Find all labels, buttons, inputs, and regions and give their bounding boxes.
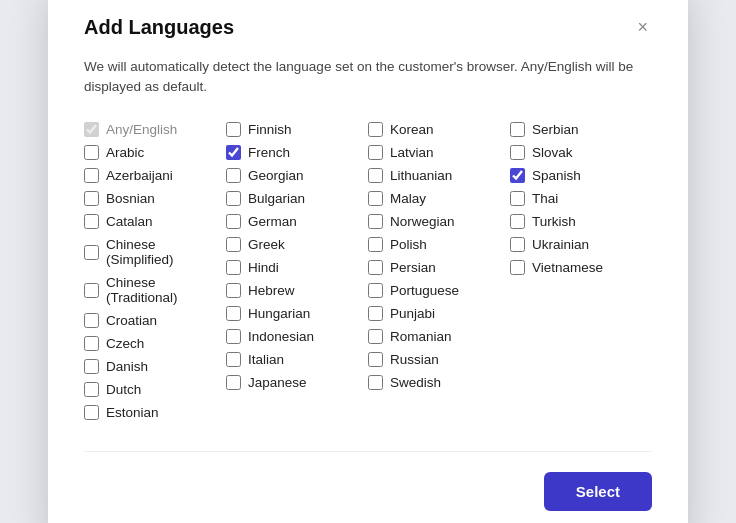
- language-item[interactable]: Norwegian: [368, 211, 510, 232]
- language-checkbox[interactable]: [368, 283, 383, 298]
- language-item[interactable]: Thai: [510, 188, 652, 209]
- language-label: Hungarian: [248, 306, 310, 321]
- language-item[interactable]: Punjabi: [368, 303, 510, 324]
- language-item[interactable]: Indonesian: [226, 326, 368, 347]
- language-checkbox[interactable]: [84, 336, 99, 351]
- language-item[interactable]: Slovak: [510, 142, 652, 163]
- language-item[interactable]: Estonian: [84, 402, 226, 423]
- language-checkbox[interactable]: [368, 260, 383, 275]
- language-item[interactable]: Chinese (Traditional): [84, 272, 226, 308]
- language-item[interactable]: Ukrainian: [510, 234, 652, 255]
- language-item[interactable]: Catalan: [84, 211, 226, 232]
- language-item[interactable]: Japanese: [226, 372, 368, 393]
- language-checkbox[interactable]: [226, 168, 241, 183]
- select-button[interactable]: Select: [544, 472, 652, 511]
- language-checkbox[interactable]: [226, 260, 241, 275]
- language-checkbox[interactable]: [368, 375, 383, 390]
- language-item[interactable]: Romanian: [368, 326, 510, 347]
- language-checkbox[interactable]: [510, 237, 525, 252]
- language-checkbox[interactable]: [84, 214, 99, 229]
- language-checkbox[interactable]: [368, 145, 383, 160]
- language-checkbox[interactable]: [84, 359, 99, 374]
- language-column-0: Any/EnglishArabicAzerbaijaniBosnianCatal…: [84, 119, 226, 423]
- language-item[interactable]: Hungarian: [226, 303, 368, 324]
- language-item[interactable]: Serbian: [510, 119, 652, 140]
- language-item[interactable]: Russian: [368, 349, 510, 370]
- language-item[interactable]: Turkish: [510, 211, 652, 232]
- language-checkbox[interactable]: [510, 260, 525, 275]
- language-checkbox[interactable]: [226, 329, 241, 344]
- language-label: Romanian: [390, 329, 452, 344]
- language-checkbox[interactable]: [226, 214, 241, 229]
- language-item[interactable]: Dutch: [84, 379, 226, 400]
- language-item[interactable]: Croatian: [84, 310, 226, 331]
- language-item[interactable]: Vietnamese: [510, 257, 652, 278]
- language-checkbox[interactable]: [368, 306, 383, 321]
- language-checkbox[interactable]: [368, 329, 383, 344]
- language-checkbox[interactable]: [368, 214, 383, 229]
- language-item[interactable]: Hindi: [226, 257, 368, 278]
- language-checkbox[interactable]: [226, 237, 241, 252]
- language-checkbox[interactable]: [510, 214, 525, 229]
- language-item[interactable]: Persian: [368, 257, 510, 278]
- language-item[interactable]: Spanish: [510, 165, 652, 186]
- language-item[interactable]: Hebrew: [226, 280, 368, 301]
- language-checkbox[interactable]: [84, 283, 99, 298]
- language-checkbox[interactable]: [226, 283, 241, 298]
- language-item[interactable]: Bosnian: [84, 188, 226, 209]
- language-label: Dutch: [106, 382, 141, 397]
- close-button[interactable]: ×: [633, 16, 652, 38]
- language-checkbox[interactable]: [226, 145, 241, 160]
- language-item[interactable]: Georgian: [226, 165, 368, 186]
- language-checkbox[interactable]: [226, 306, 241, 321]
- language-label: Vietnamese: [532, 260, 603, 275]
- language-checkbox[interactable]: [226, 375, 241, 390]
- language-item[interactable]: Italian: [226, 349, 368, 370]
- language-item[interactable]: Arabic: [84, 142, 226, 163]
- language-item[interactable]: Malay: [368, 188, 510, 209]
- language-item[interactable]: Korean: [368, 119, 510, 140]
- language-checkbox[interactable]: [84, 122, 99, 137]
- language-checkbox[interactable]: [84, 145, 99, 160]
- language-checkbox[interactable]: [368, 191, 383, 206]
- language-label: Croatian: [106, 313, 157, 328]
- language-item[interactable]: Swedish: [368, 372, 510, 393]
- language-checkbox[interactable]: [368, 237, 383, 252]
- language-checkbox[interactable]: [84, 245, 99, 260]
- language-item[interactable]: German: [226, 211, 368, 232]
- language-checkbox[interactable]: [84, 382, 99, 397]
- language-label: Georgian: [248, 168, 304, 183]
- language-checkbox[interactable]: [226, 352, 241, 367]
- language-item[interactable]: Danish: [84, 356, 226, 377]
- language-label: Thai: [532, 191, 558, 206]
- language-label: Lithuanian: [390, 168, 452, 183]
- language-checkbox[interactable]: [368, 122, 383, 137]
- language-item[interactable]: Finnish: [226, 119, 368, 140]
- language-checkbox[interactable]: [368, 168, 383, 183]
- language-checkbox[interactable]: [84, 168, 99, 183]
- language-checkbox[interactable]: [84, 191, 99, 206]
- language-item[interactable]: Greek: [226, 234, 368, 255]
- language-item[interactable]: Any/English: [84, 119, 226, 140]
- language-checkbox[interactable]: [510, 191, 525, 206]
- language-item[interactable]: Azerbaijani: [84, 165, 226, 186]
- language-checkbox[interactable]: [368, 352, 383, 367]
- language-label: Portuguese: [390, 283, 459, 298]
- language-checkbox[interactable]: [510, 122, 525, 137]
- language-checkbox[interactable]: [226, 191, 241, 206]
- language-item[interactable]: Portuguese: [368, 280, 510, 301]
- language-item[interactable]: Polish: [368, 234, 510, 255]
- language-item[interactable]: Czech: [84, 333, 226, 354]
- language-item[interactable]: French: [226, 142, 368, 163]
- language-label: Estonian: [106, 405, 159, 420]
- language-item[interactable]: Bulgarian: [226, 188, 368, 209]
- language-checkbox[interactable]: [226, 122, 241, 137]
- language-label: Malay: [390, 191, 426, 206]
- language-item[interactable]: Chinese (Simplified): [84, 234, 226, 270]
- language-item[interactable]: Latvian: [368, 142, 510, 163]
- language-checkbox[interactable]: [84, 313, 99, 328]
- language-checkbox[interactable]: [510, 168, 525, 183]
- language-item[interactable]: Lithuanian: [368, 165, 510, 186]
- language-checkbox[interactable]: [84, 405, 99, 420]
- language-checkbox[interactable]: [510, 145, 525, 160]
